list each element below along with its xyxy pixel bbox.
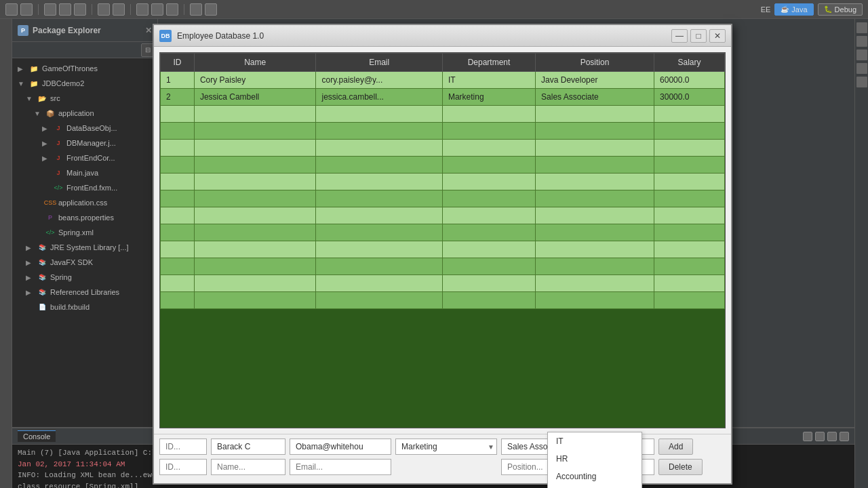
toolbar-btn-11[interactable] <box>190 3 202 16</box>
add-button[interactable]: Add <box>658 439 693 455</box>
table-row-empty <box>161 292 725 309</box>
toolbar-btn-2[interactable] <box>20 3 33 16</box>
empty-cell <box>316 241 442 258</box>
empty-cell <box>442 190 535 207</box>
form-name-input[interactable] <box>211 439 285 455</box>
tree-item-mainjava[interactable]: ▶ J Main.java <box>12 165 157 180</box>
dialog-titlebar: DB Employee Database 1.0 — □ ✕ <box>154 25 731 47</box>
toggle-jresystem: ▶ <box>26 244 34 251</box>
toolbar-btn-1[interactable] <box>5 3 18 16</box>
right-sidebar-icon-4[interactable] <box>856 63 867 74</box>
right-sidebar-icon-2[interactable] <box>856 36 867 47</box>
empty-cell <box>536 140 654 157</box>
tree-item-dbmanager[interactable]: ▶ J DBManager.j... <box>12 136 157 150</box>
console-tab[interactable]: Console <box>18 430 56 442</box>
tree-item-reflibs[interactable]: ▶ 📚 Referenced Libraries <box>12 285 157 300</box>
tree-item-src[interactable]: ▼ 📂 src <box>12 91 157 106</box>
empty-cell <box>654 157 725 174</box>
toolbar-btn-6[interactable] <box>98 3 110 16</box>
right-sidebar-icon-5[interactable] <box>856 77 867 87</box>
tree-item-frontendcor[interactable]: ▶ J FrontEndCor... <box>12 150 157 165</box>
empty-cell <box>536 224 654 241</box>
tree-item-buildfx[interactable]: ▶ 📄 build.fxbuild <box>12 300 157 314</box>
toolbar-btn-7[interactable] <box>113 3 125 16</box>
lib-icon-reflibs: 📚 <box>37 287 47 298</box>
tree-item-appcss[interactable]: ▶ CSS application.css <box>12 195 157 210</box>
tree-item-frontendfxm[interactable]: ▶ </> FrontEnd.fxm... <box>12 180 157 195</box>
empty-cell <box>536 258 654 275</box>
toolbar-separator-2 <box>92 4 92 15</box>
dialog-minimize-btn[interactable]: — <box>671 29 688 43</box>
perspective-debug-label: Debug <box>835 5 856 14</box>
empty-cell <box>316 157 442 174</box>
tree-item-databaseobj[interactable]: ▶ J DataBaseObj... <box>12 121 157 136</box>
folder-icon-jdbcdemo2: 📁 <box>28 78 39 89</box>
dropdown-item-accounting[interactable]: Accounting <box>548 468 642 485</box>
empty-cell <box>442 207 535 224</box>
tree-item-application[interactable]: ▼ 📦 application <box>12 106 157 121</box>
console-btn-3[interactable] <box>827 432 837 441</box>
console-btn-1[interactable] <box>803 432 812 441</box>
toolbar-btn-3[interactable] <box>44 3 56 16</box>
dropdown-item-hr[interactable]: HR <box>548 450 642 468</box>
toolbar-btn-9[interactable] <box>151 3 163 16</box>
empty-cell <box>194 174 316 190</box>
tree-label-gameofthrones: GameOfThrones <box>42 64 98 73</box>
cell-email: jessica.cambell... <box>316 89 442 106</box>
dropdown-item-it[interactable]: IT <box>548 432 642 450</box>
tree-item-beansprops[interactable]: ▶ P beans.properties <box>12 210 157 225</box>
toolbar-btn-12[interactable] <box>205 3 217 16</box>
tree-label-application: application <box>58 109 94 117</box>
cell-id: 1 <box>161 72 195 89</box>
toolbar-btn-8[interactable] <box>136 3 149 16</box>
dropdown-item-rd[interactable]: R&D <box>548 485 642 488</box>
tree-item-gameofthrones[interactable]: ▶ 📁 GameOfThrones <box>12 61 157 76</box>
form-dept-select[interactable]: Marketing IT HR Accounting R&D <box>395 439 497 455</box>
package-icon-application: 📦 <box>45 108 56 119</box>
form-name-placeholder-input[interactable] <box>211 459 285 475</box>
empty-cell <box>536 292 654 309</box>
file-icon-buildfx: 📄 <box>37 302 47 312</box>
tree-label-databaseobj: DataBaseObj... <box>66 124 117 132</box>
folder-icon-src: 📂 <box>37 93 47 104</box>
toggle-dbmanager: ▶ <box>42 140 50 147</box>
tree-label-frontendcor: FrontEndCor... <box>66 154 115 162</box>
right-sidebar-icon-3[interactable] <box>856 49 867 60</box>
form-email-placeholder-input[interactable] <box>290 459 391 475</box>
project-tree: ▶ 📁 GameOfThrones ▼ 📁 JDBCdemo2 ▼ 📂 src … <box>12 58 157 488</box>
form-id-input-1[interactable] <box>159 439 207 455</box>
console-btn-2[interactable] <box>815 432 825 441</box>
dialog-close-btn[interactable]: ✕ <box>709 29 726 43</box>
tree-label-frontendfxm: FrontEnd.fxm... <box>66 184 117 192</box>
empty-cell <box>161 106 195 123</box>
toolbar-btn-10[interactable] <box>166 3 178 16</box>
package-explorer-close[interactable]: ✕ <box>145 26 152 35</box>
toggle-jdbcdemo2: ▼ <box>18 80 26 87</box>
tree-item-spring[interactable]: ▶ 📚 Spring <box>12 270 157 285</box>
table-row[interactable]: 2 Jessica Cambell jessica.cambell... Mar… <box>161 89 725 106</box>
perspective-java-label: Java <box>791 5 807 14</box>
col-header-position: Position <box>536 54 654 72</box>
empty-cell <box>194 106 316 123</box>
side-toolbar <box>0 19 12 488</box>
dialog-title-icon: DB <box>159 30 172 42</box>
tree-item-javafxsdk[interactable]: ▶ 📚 JavaFX SDK <box>12 255 157 270</box>
perspective-java[interactable]: ☕ Java <box>774 3 813 16</box>
toolbar-btn-4[interactable] <box>59 3 71 16</box>
table-row[interactable]: 1 Cory Paisley cory.paisley@y... IT Java… <box>161 72 725 89</box>
empty-cell <box>536 241 654 258</box>
perspective-debug[interactable]: 🐛 Debug <box>818 3 863 16</box>
empty-cell <box>536 275 654 292</box>
tree-item-springxml[interactable]: ▶ </> Spring.xml <box>12 225 157 240</box>
delete-button[interactable]: Delete <box>658 459 703 475</box>
form-id-input-2[interactable] <box>159 459 207 475</box>
tree-label-src: src <box>50 94 60 102</box>
tree-item-jdbcdemo2[interactable]: ▼ 📁 JDBCdemo2 <box>12 76 157 91</box>
form-email-input[interactable] <box>290 439 391 455</box>
empty-cell <box>442 241 535 258</box>
toolbar-btn-5[interactable] <box>74 3 86 16</box>
dialog-restore-btn[interactable]: □ <box>690 29 707 43</box>
console-btn-4[interactable] <box>840 432 849 441</box>
right-sidebar-icon-1[interactable] <box>856 22 867 33</box>
tree-item-jresystem[interactable]: ▶ 📚 JRE System Library [...] <box>12 240 157 255</box>
